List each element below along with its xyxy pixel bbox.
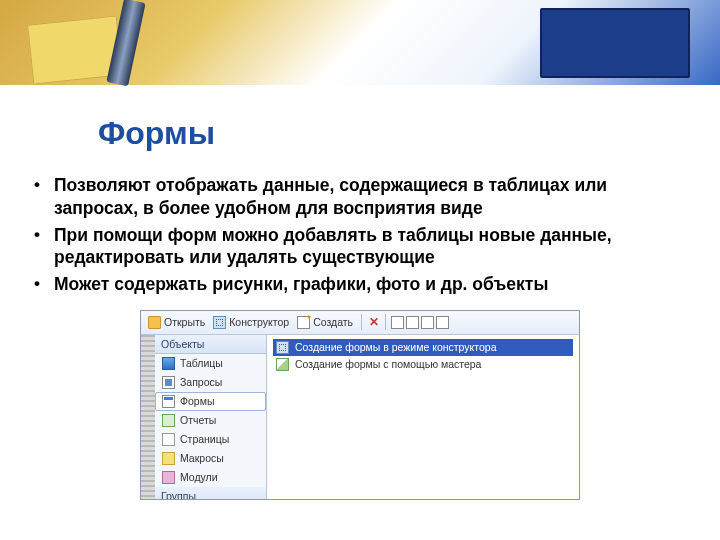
screenshot-body: Объекты Таблицы Запросы Формы Отчеты Стр… (141, 335, 579, 499)
bullet-item: Может содержать рисунки, графики, фото и… (28, 273, 680, 296)
query-icon (162, 376, 175, 389)
sidebar-label: Отчеты (180, 414, 216, 426)
bullet-list: Позволяют отображать данные, содержащиес… (28, 174, 680, 296)
delete-icon[interactable]: ✕ (367, 316, 380, 329)
view-list-icon[interactable] (421, 316, 434, 329)
form-icon (162, 395, 175, 408)
sidebar-item-pages[interactable]: Страницы (155, 430, 266, 449)
design-label: Конструктор (229, 316, 289, 328)
wizard-icon (276, 358, 289, 371)
objects-sidebar: Объекты Таблицы Запросы Формы Отчеты Стр… (155, 335, 267, 499)
left-gutter (141, 335, 155, 499)
report-icon (162, 414, 175, 427)
sidebar-label: Запросы (180, 376, 222, 388)
content-row-designer[interactable]: Создание формы в режиме конструктора (273, 339, 573, 356)
open-label: Открыть (164, 316, 205, 328)
sidebar-item-reports[interactable]: Отчеты (155, 411, 266, 430)
module-icon (162, 471, 175, 484)
page-icon (162, 433, 175, 446)
design-icon (276, 341, 289, 354)
open-button[interactable]: Открыть (145, 315, 208, 330)
page-title: Формы (98, 115, 720, 152)
new-icon (297, 316, 310, 329)
sidebar-header-groups: Группы (155, 487, 266, 499)
sidebar-item-queries[interactable]: Запросы (155, 373, 266, 392)
notebook-graphic (540, 8, 690, 78)
row-label: Создание формы в режиме конструктора (295, 341, 497, 353)
open-icon (148, 316, 161, 329)
view-large-icon[interactable] (391, 316, 404, 329)
toolbar: Открыть Конструктор Создать ✕ (141, 311, 579, 335)
sidebar-item-forms[interactable]: Формы (155, 392, 266, 411)
create-button[interactable]: Создать (294, 315, 356, 330)
view-details-icon[interactable] (436, 316, 449, 329)
access-screenshot: Открыть Конструктор Создать ✕ Объекты Та… (140, 310, 580, 500)
macro-icon (162, 452, 175, 465)
sidebar-label: Страницы (180, 433, 229, 445)
content-pane: Создание формы в режиме конструктора Соз… (267, 335, 579, 499)
sidebar-item-modules[interactable]: Модули (155, 468, 266, 487)
decorative-banner (0, 0, 720, 85)
row-label: Создание формы с помощью мастера (295, 358, 481, 370)
design-icon (213, 316, 226, 329)
sidebar-label: Таблицы (180, 357, 223, 369)
table-icon (162, 357, 175, 370)
sidebar-label: Макросы (180, 452, 224, 464)
sidebar-header-objects: Объекты (155, 335, 266, 354)
sidebar-item-tables[interactable]: Таблицы (155, 354, 266, 373)
sidebar-label: Формы (180, 395, 214, 407)
sidebar-item-macros[interactable]: Макросы (155, 449, 266, 468)
separator (385, 314, 386, 330)
separator (361, 314, 362, 330)
bullet-item: Позволяют отображать данные, содержащиес… (28, 174, 680, 220)
content-row-wizard[interactable]: Создание формы с помощью мастера (273, 356, 573, 373)
design-button[interactable]: Конструктор (210, 315, 292, 330)
bullet-item: При помощи форм можно добавлять в таблиц… (28, 224, 680, 270)
sidebar-label: Модули (180, 471, 218, 483)
create-label: Создать (313, 316, 353, 328)
view-small-icon[interactable] (406, 316, 419, 329)
